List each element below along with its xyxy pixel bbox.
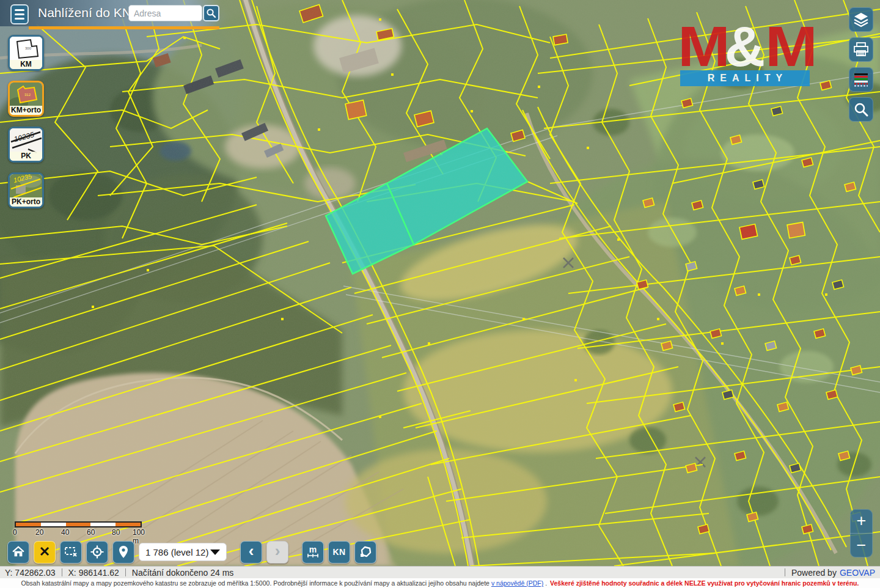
home-icon <box>12 545 25 559</box>
scale-bar-labels: 0 20 40 60 80 100 m <box>15 527 149 536</box>
geovap-link[interactable]: GEOVAP <box>840 568 875 578</box>
kn-info-button[interactable]: KN <box>328 541 350 564</box>
layer-button-pk-orto[interactable]: 10235 PK+orto <box>8 172 44 208</box>
history-back-button[interactable]: ‹ <box>240 541 262 564</box>
menu-button[interactable] <box>10 4 29 24</box>
select-area-button[interactable] <box>60 541 82 564</box>
map-viewport[interactable]: M & M REALITY Nahlížení do KN 300 <box>0 0 880 566</box>
history-forward-button: › <box>266 541 288 564</box>
polygon-icon <box>358 545 373 559</box>
chevron-left-icon: ‹ <box>249 545 254 557</box>
divider <box>785 568 785 576</box>
chevron-right-icon: › <box>275 545 280 557</box>
locate-button[interactable] <box>86 541 108 564</box>
disclaimer-warning: Veškeré zjištěné hodnoty souřadnic a dél… <box>550 579 859 587</box>
polygon-button[interactable] <box>354 541 376 564</box>
scale-bar: 0 20 40 60 80 100 m <box>15 521 149 536</box>
help-pdf-link[interactable]: v nápovědě (PDF) <box>491 579 543 587</box>
x-icon: ✕ <box>39 544 50 560</box>
close-selection-button[interactable]: ✕ <box>34 541 56 564</box>
magnifier-icon <box>853 101 869 117</box>
layers-button[interactable] <box>849 7 873 32</box>
layer-thumb-label: 312 <box>24 93 31 97</box>
coordinate-x: X: 986141.62 <box>68 568 119 578</box>
pin-button[interactable] <box>112 541 134 564</box>
photo-grain <box>0 0 880 566</box>
powered-by-label: Powered by <box>791 568 837 578</box>
legend-icon <box>853 72 869 87</box>
layer-switcher: 300 KM 312 KM+orto 10235 PK <box>8 35 44 208</box>
layer-button-km[interactable]: 300 KM <box>8 35 44 71</box>
crosshair-icon <box>90 545 105 559</box>
divider <box>62 568 62 576</box>
dashed-rectangle-icon <box>64 545 78 559</box>
search-input[interactable] <box>128 5 202 21</box>
layers-icon <box>853 12 869 28</box>
app-window: M & M REALITY Nahlížení do KN 300 <box>0 0 880 588</box>
ruler-icon: m <box>306 546 320 558</box>
printer-icon <box>853 42 869 57</box>
disclaimer-bar: Obsah katastrální mapy a mapy pozemkovéh… <box>0 578 880 588</box>
legend-button[interactable] <box>849 67 873 92</box>
magnifier-icon <box>206 8 216 18</box>
zoom-level-select[interactable]: 1 786 (level 12) <box>139 543 227 561</box>
zoom-level-value: 1 786 (level 12) <box>145 547 208 557</box>
print-button[interactable] <box>849 37 873 62</box>
layer-button-km-orto[interactable]: 312 KM+orto <box>8 81 44 117</box>
disclaimer-text: Obsah katastrální mapy a mapy pozemkovéh… <box>21 579 490 587</box>
zoom-out-button[interactable]: − <box>850 534 873 557</box>
page-title: Nahlížení do KN <box>38 6 131 20</box>
search-button[interactable] <box>203 5 219 21</box>
header-accent-line <box>29 26 219 29</box>
layer-button-pk[interactable]: 10235 PK <box>8 127 44 163</box>
map-search-button[interactable] <box>849 97 873 122</box>
zoom-control: + − <box>850 509 873 557</box>
home-button[interactable] <box>7 541 29 564</box>
zoom-in-button[interactable]: + <box>850 509 873 534</box>
scale-bar-segments <box>15 521 142 527</box>
status-bar: Y: 742862.03 X: 986141.62 Načítání dokon… <box>0 566 880 578</box>
load-status: Načítání dokončeno 24 ms <box>132 568 234 578</box>
chevron-down-icon <box>210 549 220 555</box>
disclaimer-period: . <box>545 579 547 587</box>
map-pin-icon <box>117 545 130 559</box>
measure-button[interactable]: m <box>302 541 324 564</box>
divider <box>125 568 126 576</box>
map-canvas[interactable] <box>0 0 880 566</box>
map-tool-stack <box>849 7 873 122</box>
layer-thumb-label: 300 <box>25 46 32 50</box>
bottom-toolbar: ✕ 1 7 <box>7 540 376 564</box>
coordinate-y: Y: 742862.03 <box>5 568 56 578</box>
